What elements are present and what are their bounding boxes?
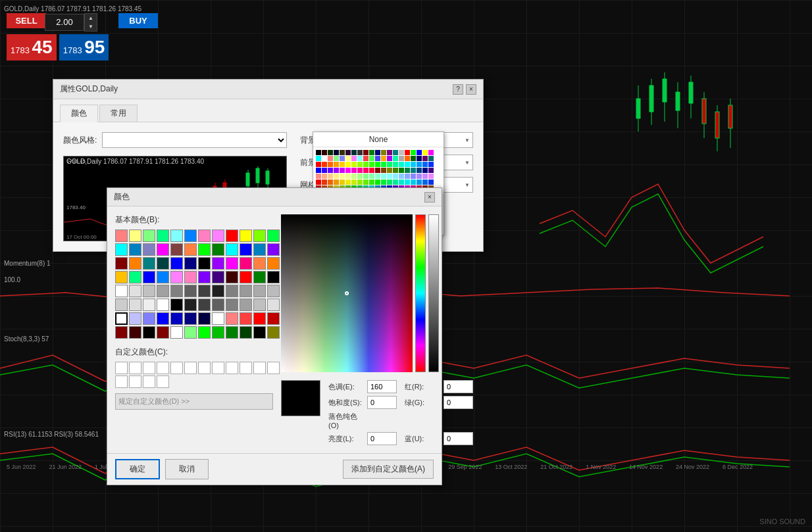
basic-color-cell[interactable] — [143, 299, 155, 311]
popup-color-cell[interactable] — [428, 150, 434, 155]
basic-color-cell[interactable] — [184, 243, 197, 256]
basic-color-cell[interactable] — [267, 299, 280, 311]
popup-color-cell[interactable] — [381, 156, 386, 161]
popup-color-cell[interactable] — [405, 168, 410, 173]
popup-color-cell[interactable] — [387, 156, 392, 161]
help-button[interactable]: ? — [453, 84, 463, 95]
popup-color-cell[interactable] — [334, 162, 339, 167]
basic-color-cell[interactable] — [170, 230, 183, 242]
basic-color-cell[interactable] — [198, 299, 211, 311]
basic-color-cell[interactable] — [170, 271, 183, 283]
basic-color-cell[interactable] — [170, 285, 183, 297]
popup-color-cell[interactable] — [417, 174, 422, 179]
popup-color-cell[interactable] — [422, 180, 428, 185]
popup-color-cell[interactable] — [428, 162, 434, 167]
popup-color-cell[interactable] — [399, 150, 404, 155]
basic-color-cell[interactable] — [212, 326, 224, 339]
popup-color-cell[interactable] — [417, 168, 422, 173]
basic-color-cell[interactable] — [143, 326, 155, 339]
basic-color-cell[interactable] — [240, 257, 252, 270]
popup-color-cell[interactable] — [316, 162, 321, 167]
custom-color-13[interactable] — [115, 375, 128, 388]
popup-color-cell[interactable] — [381, 180, 386, 185]
basic-color-cell[interactable] — [184, 299, 197, 311]
tab-common[interactable]: 常用 — [99, 105, 138, 122]
color-spectrum[interactable] — [281, 214, 413, 372]
basic-color-cell[interactable] — [226, 230, 238, 242]
basic-color-cell[interactable] — [184, 257, 197, 270]
basic-color-cell[interactable] — [170, 243, 183, 256]
basic-color-cell[interactable] — [129, 271, 141, 283]
basic-color-cell[interactable] — [226, 243, 238, 256]
basic-color-cell[interactable] — [157, 243, 169, 256]
popup-color-cell[interactable] — [422, 174, 428, 179]
popup-color-cell[interactable] — [405, 150, 410, 155]
basic-color-cell[interactable] — [253, 230, 266, 242]
popup-color-cell[interactable] — [405, 156, 410, 161]
basic-color-cell[interactable] — [267, 230, 280, 242]
popup-color-cell[interactable] — [345, 150, 351, 155]
none-option[interactable]: None — [313, 132, 444, 147]
popup-color-cell[interactable] — [405, 180, 410, 185]
popup-color-cell[interactable] — [351, 156, 357, 161]
popup-color-cell[interactable] — [328, 180, 333, 185]
popup-color-cell[interactable] — [375, 174, 380, 179]
popup-color-cell[interactable] — [363, 156, 368, 161]
basic-color-cell[interactable] — [143, 271, 155, 283]
popup-color-cell[interactable] — [322, 162, 327, 167]
popup-color-cell[interactable] — [322, 156, 327, 161]
popup-color-cell[interactable] — [369, 168, 374, 173]
popup-color-cell[interactable] — [316, 156, 321, 161]
basic-color-cell[interactable] — [143, 312, 155, 325]
basic-color-cell[interactable] — [157, 230, 169, 242]
popup-color-cell[interactable] — [405, 174, 410, 179]
basic-color-cell[interactable] — [115, 299, 128, 311]
popup-color-cell[interactable] — [328, 168, 333, 173]
basic-color-cell[interactable] — [129, 243, 141, 256]
popup-color-cell[interactable] — [334, 180, 339, 185]
basic-color-cell[interactable] — [198, 243, 211, 256]
basic-color-cell[interactable] — [253, 271, 266, 283]
custom-color-14[interactable] — [129, 375, 141, 388]
popup-color-cell[interactable] — [411, 162, 416, 167]
basic-color-cell[interactable] — [212, 271, 224, 283]
popup-color-cell[interactable] — [399, 156, 404, 161]
popup-color-cell[interactable] — [375, 150, 380, 155]
popup-color-cell[interactable] — [381, 168, 386, 173]
popup-color-cell[interactable] — [405, 162, 410, 167]
basic-color-cell[interactable] — [253, 257, 266, 270]
popup-color-cell[interactable] — [399, 174, 404, 179]
popup-color-cell[interactable] — [428, 180, 434, 185]
basic-color-cell[interactable] — [129, 230, 141, 242]
popup-color-cell[interactable] — [375, 156, 380, 161]
popup-color-cell[interactable] — [322, 180, 327, 185]
popup-color-cell[interactable] — [417, 156, 422, 161]
popup-color-cell[interactable] — [411, 168, 416, 173]
popup-color-cell[interactable] — [345, 168, 351, 173]
popup-color-cell[interactable] — [369, 180, 374, 185]
basic-color-cell[interactable] — [212, 230, 224, 242]
popup-color-cell[interactable] — [328, 150, 333, 155]
popup-color-cell[interactable] — [345, 174, 351, 179]
basic-color-cell[interactable] — [170, 312, 183, 325]
basic-color-cell[interactable] — [240, 285, 252, 297]
popup-color-cell[interactable] — [363, 162, 368, 167]
basic-color-cell[interactable] — [115, 312, 128, 325]
green-input[interactable] — [444, 396, 473, 409]
popup-color-cell[interactable] — [393, 180, 398, 185]
basic-color-cell[interactable] — [129, 257, 141, 270]
basic-color-cell[interactable] — [253, 243, 266, 256]
basic-color-cell[interactable] — [198, 230, 211, 242]
popup-color-cell[interactable] — [381, 174, 386, 179]
popup-color-cell[interactable] — [316, 180, 321, 185]
popup-color-cell[interactable] — [417, 162, 422, 167]
basic-color-cell[interactable] — [157, 299, 169, 311]
popup-color-cell[interactable] — [428, 168, 434, 173]
popup-color-cell[interactable] — [375, 168, 380, 173]
popup-color-cell[interactable] — [334, 168, 339, 173]
popup-color-cell[interactable] — [363, 174, 368, 179]
popup-color-cell[interactable] — [422, 150, 428, 155]
basic-color-cell[interactable] — [115, 230, 128, 242]
popup-color-cell[interactable] — [357, 156, 363, 161]
popup-color-cell[interactable] — [393, 174, 398, 179]
